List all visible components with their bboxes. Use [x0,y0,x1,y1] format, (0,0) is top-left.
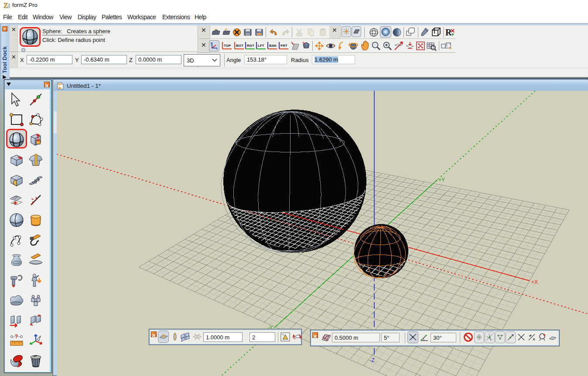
svg-text:BOT: BOT [236,44,243,48]
svg-text:TOP: TOP [224,44,231,48]
svg-text:+X: +X [531,279,538,285]
svg-text:z: z [210,42,212,45]
svg-text:+Y: +Y [438,177,445,183]
svg-text:RGT: RGT [247,44,254,48]
svg-text:Z: Z [3,2,8,9]
svg-text:x: x [216,48,218,50]
svg-text:R: R [445,28,452,37]
svg-text:?: ? [15,334,18,340]
svg-text:FRT: FRT [280,44,287,48]
svg-text:BAK: BAK [269,44,277,48]
svg-text:-Z: -Z [369,357,375,363]
svg-text:LFT: LFT [258,44,264,48]
